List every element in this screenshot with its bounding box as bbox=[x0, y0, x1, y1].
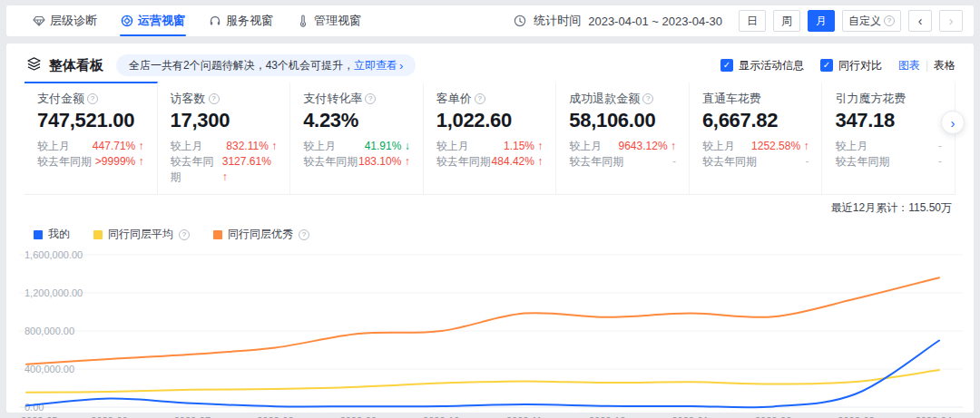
arrow-up-icon: ↑ bbox=[537, 140, 543, 152]
board-header: 整体看板 全店一共有2个问题待解决，43个机会可提升， 立即查看 › ✓显示活动… bbox=[6, 44, 974, 82]
metric-value: 6,667.82 bbox=[702, 109, 809, 132]
chart-legend: 我的同行同层平均?同行同层优秀? bbox=[6, 216, 974, 242]
compare-row: 较去年同期484.42% ↑ bbox=[436, 154, 544, 170]
metric-card[interactable]: 支付转化率?4.23%较上月41.91% ↓较去年同期183.10% ↑ bbox=[290, 82, 424, 194]
checkbox-label: 同行对比 bbox=[838, 58, 882, 73]
help-icon[interactable]: ? bbox=[365, 93, 376, 104]
compare-row: 较去年同期183.10% ↑ bbox=[303, 154, 410, 170]
layers-icon bbox=[26, 56, 42, 74]
metric-card[interactable]: 引力魔方花费347.18较上月-较去年同期- bbox=[822, 82, 956, 194]
compare-value: 1252.58% ↑ bbox=[751, 139, 808, 154]
compare-value: 1.15% ↑ bbox=[504, 139, 543, 154]
metric-card[interactable]: 访客数?17,300较上月832.11% ↑较去年同期3127.61% ↑ bbox=[158, 82, 291, 194]
custom-range-button[interactable]: 自定义 ? bbox=[842, 10, 901, 32]
metric-value: 747,521.00 bbox=[37, 109, 144, 132]
checkbox-icon[interactable]: ✓ bbox=[720, 59, 733, 72]
checkbox-option[interactable]: ✓显示活动信息 bbox=[720, 58, 804, 73]
legend-label: 同行同层平均 bbox=[108, 227, 173, 242]
topbar-tab[interactable]: 运营视窗 bbox=[109, 5, 197, 36]
metric-title: 直通车花费 bbox=[702, 91, 761, 107]
help-icon[interactable]: ? bbox=[642, 93, 653, 104]
arrow-up-icon: ↑ bbox=[671, 140, 676, 152]
compare-label: 较去年同期 bbox=[37, 154, 92, 170]
legend-item[interactable]: 同行同层平均? bbox=[93, 227, 190, 242]
help-icon[interactable]: ? bbox=[299, 229, 309, 240]
view-table-button[interactable]: 表格 bbox=[934, 58, 956, 73]
compare-label: 较去年同期 bbox=[303, 154, 358, 170]
compare-label: 较去年同期 bbox=[835, 154, 889, 170]
y-axis-label: 1,600,000.00 bbox=[24, 249, 83, 260]
arrow-up-icon: ↑ bbox=[222, 170, 228, 183]
prev-period-button[interactable]: ‹ bbox=[908, 10, 932, 32]
compare-row: 较去年同期- bbox=[835, 154, 942, 170]
metric-title: 支付金额 bbox=[37, 91, 84, 107]
topbar-tab[interactable]: 管理视窗 bbox=[285, 5, 373, 36]
compare-label: 较去年同期 bbox=[702, 154, 757, 170]
metric-card[interactable]: 支付金额?747,521.00较上月447.71% ↑较去年同期>9999% ↑ bbox=[24, 82, 158, 194]
metric-title: 支付转化率 bbox=[303, 91, 362, 107]
gem-icon bbox=[33, 15, 45, 27]
trend-line-chart[interactable]: 0.00400,000.00800,000.001,200,000.001,60… bbox=[19, 246, 963, 418]
compare-value: 484.42% ↑ bbox=[492, 154, 544, 170]
compare-value: 447.71% ↑ bbox=[93, 139, 144, 154]
metric-card[interactable]: 客单价?1,022.60较上月1.15% ↑较去年同期484.42% ↑ bbox=[424, 82, 557, 194]
view-chart-button[interactable]: 图表 bbox=[898, 58, 920, 73]
compare-value: >9999% ↑ bbox=[95, 154, 144, 170]
help-icon[interactable]: ? bbox=[179, 229, 190, 240]
tab-label: 运营视窗 bbox=[138, 13, 185, 29]
y-axis-label: 1,200,000.00 bbox=[24, 287, 83, 298]
compare-row: 较去年同期>9999% ↑ bbox=[37, 154, 144, 170]
checkbox-label: 显示活动信息 bbox=[739, 58, 804, 73]
topbar-tab[interactable]: 层级诊断 bbox=[21, 5, 109, 36]
metric-value: 17,300 bbox=[171, 109, 278, 132]
metric-card[interactable]: 成功退款金额?58,106.00较上月9643.12% ↑较去年同期- bbox=[556, 82, 690, 194]
legend-item[interactable]: 同行同层优秀? bbox=[213, 227, 309, 242]
y-axis-label: 400,000.00 bbox=[24, 364, 74, 374]
view-toggle: 图表 | 表格 bbox=[898, 58, 956, 73]
next-period-button[interactable]: › bbox=[939, 10, 963, 32]
checkbox-icon[interactable]: ✓ bbox=[820, 59, 833, 72]
cumulative-note: 最近12月累计：115.50万 bbox=[6, 195, 974, 216]
period-button[interactable]: 日 bbox=[739, 10, 766, 32]
compare-row: 较上月1.15% ↑ bbox=[436, 139, 544, 154]
stat-time-label: 统计时间 bbox=[534, 13, 581, 29]
arrow-up-icon: ↑ bbox=[139, 140, 144, 152]
topbar-tab[interactable]: 服务视窗 bbox=[197, 5, 285, 36]
checkbox-option[interactable]: ✓同行对比 bbox=[820, 58, 882, 73]
compare-row: 较上月1252.58% ↑ bbox=[702, 139, 809, 154]
next-cards-button[interactable]: › bbox=[941, 111, 965, 134]
view-toggle-divider: | bbox=[926, 59, 928, 72]
help-icon[interactable]: ? bbox=[209, 93, 220, 104]
overview-panel: 整体看板 全店一共有2个问题待解决，43个机会可提升， 立即查看 › ✓显示活动… bbox=[6, 44, 974, 413]
legend-item[interactable]: 我的 bbox=[34, 227, 70, 242]
arrow-up-icon: ↑ bbox=[537, 155, 543, 168]
compare-value: 183.10% ↑ bbox=[358, 154, 410, 170]
metric-cards-row: 支付金额?747,521.00较上月447.71% ↑较去年同期>9999% ↑… bbox=[24, 82, 956, 195]
compare-label: 较上月 bbox=[303, 139, 336, 154]
compare-row: 较上月- bbox=[835, 139, 942, 154]
compare-label: 较上月 bbox=[702, 139, 735, 154]
stat-time-range: 2023-04-01 ~ 2023-04-30 bbox=[588, 15, 722, 28]
clock-icon bbox=[514, 15, 526, 27]
compare-empty: - bbox=[938, 139, 942, 154]
metric-value: 1,022.60 bbox=[436, 109, 544, 132]
notice-pill: 全店一共有2个问题待解决，43个机会可提升， 立即查看 › bbox=[116, 54, 416, 76]
period-button[interactable]: 月 bbox=[808, 10, 835, 32]
arrow-down-icon: ↓ bbox=[405, 140, 410, 152]
period-switch: 日周月 bbox=[739, 10, 835, 32]
arrow-up-icon: ↑ bbox=[803, 140, 808, 152]
tab-label: 层级诊断 bbox=[50, 13, 97, 29]
metric-card[interactable]: 直通车花费6,667.82较上月1252.58% ↑较去年同期- bbox=[690, 82, 823, 194]
compare-empty: - bbox=[938, 154, 942, 170]
tab-label: 管理视窗 bbox=[314, 13, 361, 29]
compare-label: 较去年同期 bbox=[569, 154, 623, 170]
help-icon[interactable]: ? bbox=[87, 93, 98, 104]
metric-title: 客单价 bbox=[436, 91, 472, 107]
help-icon[interactable]: ? bbox=[475, 93, 485, 104]
compare-label: 较上月 bbox=[37, 139, 70, 154]
compare-row: 较上月832.11% ↑ bbox=[171, 139, 278, 154]
period-button[interactable]: 周 bbox=[773, 10, 800, 32]
series-line-2 bbox=[26, 277, 939, 365]
metric-title: 成功退款金额 bbox=[569, 91, 640, 107]
notice-link[interactable]: 立即查看 bbox=[354, 58, 397, 73]
